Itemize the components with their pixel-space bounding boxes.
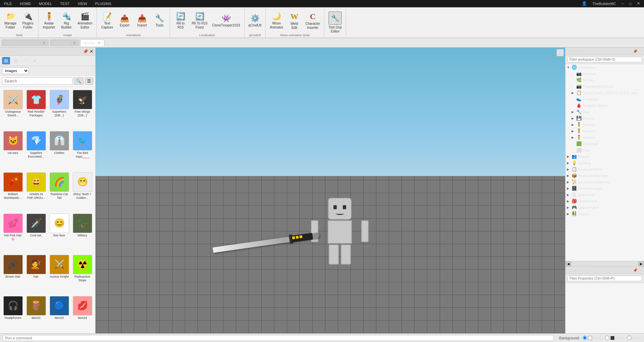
toolbox-pin-icon[interactable]: 📌	[83, 49, 88, 54]
rig-builder-btn[interactable]: 🔩 RigBuilder	[58, 11, 75, 31]
toolbox-item[interactable]: 💎 Sapphire Encrusted...	[25, 130, 47, 170]
mode-icon-grid[interactable]: ⊞	[2, 57, 10, 64]
tree-item-terrain[interactable]: 🌿 Terrain	[566, 77, 644, 83]
tool-grip-editor-btn[interactable]: 🔧 Tool GripEditor	[326, 10, 344, 35]
import-btn[interactable]: 📥 Import	[133, 13, 150, 29]
r6-r15-btn[interactable]: 🔄 R6 toR15	[172, 11, 189, 31]
toolbox-item[interactable]: 💕 Hot Pink Hair 🌸	[2, 213, 24, 252]
text-capture-btn[interactable]: 📝 TextCapture	[99, 11, 115, 31]
tree-item-server-storage[interactable]: ▶ 🗄️ ServerStorage	[566, 185, 644, 191]
tree-item-dummy-1[interactable]: ▶ 🧍 Dummy	[566, 121, 644, 128]
tree-item-part[interactable]: ⬜ Part	[566, 147, 644, 153]
tree-item-server-script-service[interactable]: ▶ 📜 ServerScriptService	[566, 179, 644, 185]
weld-edit-btn[interactable]: W WeldEdit	[286, 10, 303, 32]
moon-animator-btn[interactable]: 🌙 MoonAnimator	[268, 11, 285, 31]
scroll-left-btn[interactable]: ◀	[566, 262, 571, 266]
tree-item-realistic-blood[interactable]: 🩸 Realistic Blood	[566, 102, 644, 109]
tree-item-lighting[interactable]: ▶ 💡 Lighting	[566, 160, 644, 166]
viewport-collapse-btn[interactable]: ⊟	[556, 49, 564, 56]
menu-model[interactable]: MODEL	[38, 1, 53, 6]
tab-welder[interactable]: Welder ✕	[80, 39, 105, 46]
tree-item-starter-pack[interactable]: ▶ 🎒 StarterPack	[566, 198, 644, 204]
tree-item-teams[interactable]: ▶ 👫 Teams	[566, 211, 644, 217]
tree-item-tool[interactable]: ▶ 🔧 Tool	[566, 109, 644, 115]
export-btn[interactable]: 📤 Export	[116, 13, 133, 29]
tree-item-footsteps[interactable]: 👟 Footsteps	[566, 96, 644, 102]
animation-editor-btn[interactable]: 🎬 AnimationEditor	[75, 11, 94, 31]
tree-item-thumbnail-camera[interactable]: 📸 ThumbnailCamera	[566, 83, 644, 90]
qcmdutl-btn[interactable]: ⚙️ qCmdUtl	[247, 13, 264, 29]
close-btn[interactable]: ✕	[636, 1, 641, 6]
tree-item-replicated-first[interactable]: ▶ 📋 ReplicatedFirst	[566, 166, 644, 172]
tree-item-dummy-3[interactable]: ▶ 🧍 Dummy	[566, 134, 644, 140]
tab-close-heeeeeeeeeeeh[interactable]: ✕	[43, 41, 45, 45]
bg-none-radio[interactable]	[627, 336, 632, 340]
properties-search-input[interactable]	[568, 276, 642, 281]
menu-file[interactable]: FILE	[3, 1, 13, 6]
command-input[interactable]	[3, 335, 554, 341]
tab-expand-btn[interactable]: »	[636, 39, 644, 47]
tree-item-baseplate[interactable]: 🟩 Baseplate	[566, 140, 644, 147]
toolbox-item[interactable]: 🎧 headphones	[2, 295, 24, 331]
explorer-close-icon[interactable]: ✕	[639, 49, 642, 54]
menu-home[interactable]: HOME	[18, 1, 32, 6]
menu-test[interactable]: TEST	[59, 1, 71, 6]
mode-icon-dot[interactable]: ●	[31, 57, 38, 64]
tab-localinput[interactable]: LocalInput ✕	[50, 39, 79, 46]
toolbox-item[interactable]: 🧨 Brilliant Bombtastic...	[2, 171, 24, 211]
toolbox-item[interactable]: 🦅 Free Wings [33k...]	[71, 89, 93, 129]
tree-item-replicated-storage[interactable]: ▶ 📦 ReplicatedStorage	[566, 172, 644, 179]
tab-heeeeeeeeeeeh[interactable]: HEEEEEEEEEEEEH ✕	[1, 39, 49, 46]
tools-btn[interactable]: 🔧 Tools	[151, 13, 168, 29]
character-inserter-btn[interactable]: C CharacterInserter	[304, 10, 322, 32]
toolbox-item[interactable]: 🪵 item22	[25, 295, 47, 331]
avatar-importer-btn[interactable]: 🧍 AvatarImporter	[41, 11, 57, 31]
search-input[interactable]	[2, 77, 72, 85]
mode-icon-clock[interactable]: ⏱	[21, 57, 30, 64]
bg-black-radio[interactable]	[605, 336, 609, 340]
mode-icon-list[interactable]: ▦	[11, 57, 20, 64]
tab-close-localinput[interactable]: ✕	[73, 41, 76, 45]
toolbox-item[interactable]: 🗡️ Cool set.	[25, 213, 47, 252]
explorer-search-input[interactable]	[568, 57, 642, 62]
bg-none-option[interactable]: None	[627, 336, 641, 340]
tree-item-backup[interactable]: ▶ 💾 Backup	[566, 115, 644, 121]
toolbox-item[interactable]: 😁 Shiny Teeth + Golden...	[71, 171, 93, 211]
bg-white-option[interactable]: White	[583, 336, 602, 340]
bg-white-radio[interactable]	[583, 336, 587, 340]
viewport[interactable]: ⊟	[96, 48, 565, 333]
tree-item-players[interactable]: ▶ 👥 Players	[566, 153, 644, 160]
filter-button[interactable]: ☰	[85, 77, 93, 85]
tree-item-starter-gui[interactable]: ▶ 🖼 StarterGui	[566, 191, 644, 198]
tree-item-camera[interactable]: 📷 Camera	[566, 70, 644, 77]
tree-item-dummy-2[interactable]: ▶ 🧍 Dummy	[566, 128, 644, 134]
tree-item-workspace[interactable]: ▼ 🌐 Workspace	[566, 64, 644, 70]
toolbox-item[interactable]: 👕 Red Hoodie! Packages	[25, 89, 47, 129]
minimize-btn[interactable]: ─	[620, 1, 626, 6]
toolbox-close-icon[interactable]: ✕	[90, 49, 93, 54]
manage-folder-btn[interactable]: 📁 ManageFolder	[2, 11, 19, 31]
plugins-folder-btn[interactable]: 🔌 PluginsFolder	[19, 11, 36, 31]
toolbox-item[interactable]: ⚔️ Outrageous Sword...	[2, 89, 24, 129]
toolbox-item[interactable]: 💇 hair	[25, 254, 47, 294]
toolbox-item[interactable]: 👔 Clothes	[48, 130, 70, 170]
tree-item-starter-player[interactable]: ▶ 🎮 StarterPlayer	[566, 204, 644, 211]
restore-btn[interactable]: □	[628, 1, 633, 6]
tree-item-quick-export[interactable]: ▶ 📋 Quick-Export (RIGHT CLICK )xlsx FILE…	[566, 90, 644, 96]
toolbox-item[interactable]: 🐦 The Bird Says____	[71, 130, 93, 170]
toolbox-item[interactable]: 🪖 Military	[71, 213, 93, 252]
category-select[interactable]: Images Models Decals Audio Meshes Plugin…	[2, 67, 29, 74]
scroll-right-btn[interactable]: ▶	[638, 262, 644, 266]
properties-pin-icon[interactable]: 📌	[633, 268, 638, 273]
clone-trooper-btn[interactable]: 👾 CloneTrooper1019	[210, 13, 242, 29]
toolbox-item[interactable]: 🐱 cat ears	[2, 130, 24, 170]
toolbox-item[interactable]: 🌈 Rainbow Cat Tail	[48, 171, 70, 211]
toolbox-item[interactable]: 💋 item24	[71, 295, 93, 331]
toolbox-item[interactable]: 🔵 item23	[48, 295, 70, 331]
r6-r15-fixed-btn[interactable]: 🔄 R6 To R15Fixed	[190, 11, 209, 31]
toolbox-item[interactable]: 🦸 Superhero [33k...]	[48, 89, 70, 129]
explorer-pin-icon[interactable]: 📌	[633, 49, 638, 54]
toolbox-item[interactable]: 😊 free face	[48, 213, 70, 252]
properties-close-icon[interactable]: ✕	[639, 268, 642, 273]
menu-view[interactable]: VIEW	[76, 1, 88, 6]
